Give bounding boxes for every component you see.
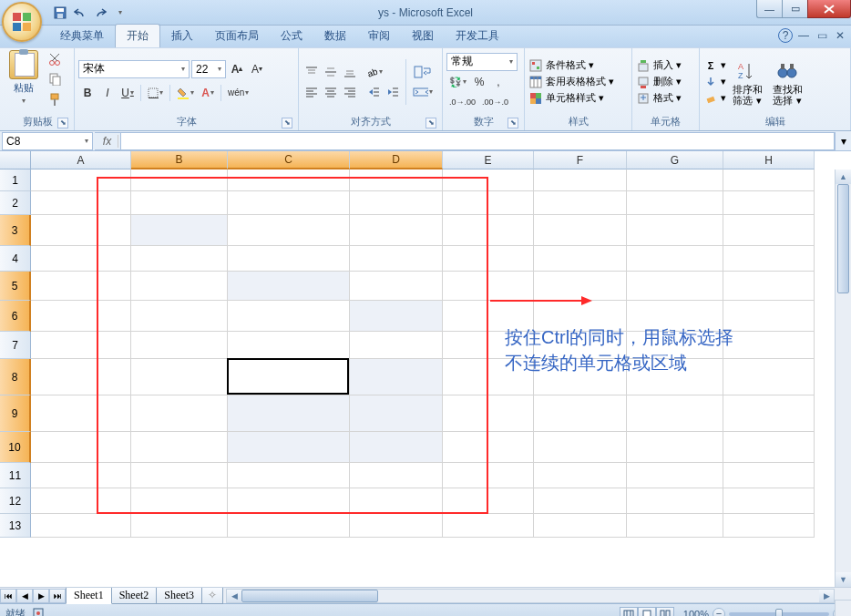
cell-B1[interactable] <box>131 169 228 191</box>
col-header-E[interactable]: E <box>443 151 534 169</box>
cell-E10[interactable] <box>443 432 534 463</box>
grow-font-icon[interactable]: A▴ <box>228 60 246 78</box>
tab-dev[interactable]: 开发工具 <box>445 25 510 47</box>
cell-D2[interactable] <box>350 191 443 215</box>
font-name-select[interactable]: 宋体▾ <box>78 60 190 78</box>
cell-D5[interactable] <box>350 272 443 301</box>
zoom-out-button[interactable]: − <box>713 608 725 617</box>
cell-D3[interactable] <box>350 215 443 246</box>
cell-E5[interactable] <box>443 272 534 301</box>
orientation-icon[interactable]: ab <box>364 63 385 81</box>
clipboard-launcher[interactable]: ⬊ <box>57 118 68 128</box>
row-header-9[interactable]: 9 <box>0 395 31 432</box>
align-bottom-icon[interactable] <box>341 63 359 81</box>
font-color-icon[interactable]: A <box>199 84 217 102</box>
cell-C4[interactable] <box>228 246 350 272</box>
cell-D9[interactable] <box>350 395 443 432</box>
cell-E4[interactable] <box>443 246 534 272</box>
col-header-F[interactable]: F <box>534 151 627 169</box>
cell-C7[interactable] <box>228 332 350 359</box>
currency-icon[interactable]: 💱 <box>446 73 469 91</box>
row-header-8[interactable]: 8 <box>0 359 31 395</box>
cell-C9[interactable] <box>228 395 350 432</box>
save-icon[interactable] <box>51 4 69 22</box>
vertical-scrollbar[interactable]: ▲ ▼ <box>835 169 851 587</box>
cell-C3[interactable] <box>228 215 350 246</box>
col-header-H[interactable]: H <box>723 151 815 169</box>
scroll-down-icon[interactable]: ▼ <box>836 572 851 587</box>
cell-E13[interactable] <box>443 514 534 538</box>
cell-F9[interactable] <box>534 395 627 432</box>
close-button[interactable] <box>807 0 851 18</box>
cell-C10[interactable] <box>228 432 350 463</box>
cell-A9[interactable] <box>31 395 131 432</box>
cell-F11[interactable] <box>534 463 627 488</box>
cell-B8[interactable] <box>131 359 228 395</box>
cell-G9[interactable] <box>627 395 723 432</box>
sheet-nav-last[interactable]: ⏭ <box>49 589 66 603</box>
cell-H1[interactable] <box>723 169 815 191</box>
grid[interactable]: 按住Ctrl的同时，用鼠标选择 不连续的单元格或区域 <box>31 169 815 538</box>
redo-icon[interactable] <box>91 4 109 22</box>
cell-H3[interactable] <box>723 215 815 246</box>
horizontal-scrollbar[interactable]: ◀ ▶ <box>226 589 835 603</box>
office-button[interactable] <box>2 2 42 42</box>
insert-cells-button[interactable]: 插入 ▾ <box>636 58 695 73</box>
hscroll-thumb[interactable] <box>241 590 378 602</box>
cell-H8[interactable] <box>723 359 815 395</box>
align-right-icon[interactable] <box>341 83 359 101</box>
row-header-12[interactable]: 12 <box>0 488 31 514</box>
sort-filter-button[interactable]: AZ 排序和筛选 ▾ <box>728 58 766 106</box>
comma-icon[interactable]: , <box>489 73 508 91</box>
delete-cells-button[interactable]: 删除 ▾ <box>636 75 695 89</box>
cell-D7[interactable] <box>350 332 443 359</box>
align-center-icon[interactable] <box>322 83 340 101</box>
number-format-select[interactable]: 常规▾ <box>446 53 518 71</box>
sheet-tab-1[interactable]: Sheet1 <box>66 588 112 604</box>
cell-H12[interactable] <box>723 488 815 514</box>
mdi-close-button[interactable]: ✕ <box>833 28 847 43</box>
decrease-decimal-icon[interactable]: .00→.0 <box>479 93 511 111</box>
italic-button[interactable]: I <box>98 84 117 102</box>
cell-G12[interactable] <box>627 488 723 514</box>
cell-E9[interactable] <box>443 395 534 432</box>
cell-G4[interactable] <box>627 246 723 272</box>
cell-B7[interactable] <box>131 332 228 359</box>
sheet-nav-first[interactable]: ⏮ <box>0 589 16 603</box>
col-header-A[interactable]: A <box>31 151 131 169</box>
cell-G13[interactable] <box>627 514 723 538</box>
sheet-nav-prev[interactable]: ◀ <box>16 589 33 603</box>
cell-C1[interactable] <box>228 169 350 191</box>
copy-icon[interactable] <box>46 70 64 88</box>
cell-H13[interactable] <box>723 514 815 538</box>
cell-B4[interactable] <box>131 246 228 272</box>
paste-button[interactable]: 粘贴 ▾ <box>5 50 42 105</box>
tab-review[interactable]: 审阅 <box>357 25 401 47</box>
cell-E1[interactable] <box>443 169 534 191</box>
cell-E12[interactable] <box>443 488 534 514</box>
new-sheet-button[interactable]: ✧ <box>201 588 223 604</box>
cell-D6[interactable] <box>350 301 443 332</box>
row-header-4[interactable]: 4 <box>0 246 31 272</box>
scroll-right-icon[interactable]: ▶ <box>819 590 834 602</box>
number-launcher[interactable]: ⬊ <box>508 118 518 128</box>
cell-A7[interactable] <box>31 332 131 359</box>
cell-A12[interactable] <box>31 488 131 514</box>
cell-G1[interactable] <box>627 169 723 191</box>
percent-icon[interactable]: % <box>470 73 488 91</box>
row-header-2[interactable]: 2 <box>0 191 31 215</box>
cell-styles-button[interactable]: 单元格样式 ▾ <box>528 91 628 106</box>
align-left-icon[interactable] <box>302 83 321 101</box>
cell-G2[interactable] <box>627 191 723 215</box>
tab-classic[interactable]: 经典菜单 <box>49 25 115 47</box>
increase-decimal-icon[interactable]: .0→.00 <box>446 93 478 111</box>
fx-icon[interactable]: fx <box>97 135 118 148</box>
fill-color-icon[interactable] <box>174 84 197 102</box>
row-header-11[interactable]: 11 <box>0 463 31 488</box>
cell-F3[interactable] <box>534 215 627 246</box>
cell-G11[interactable] <box>627 463 723 488</box>
cell-D11[interactable] <box>350 463 443 488</box>
row-header-6[interactable]: 6 <box>0 301 31 332</box>
align-launcher[interactable]: ⬊ <box>426 118 436 128</box>
row-header-13[interactable]: 13 <box>0 514 31 538</box>
